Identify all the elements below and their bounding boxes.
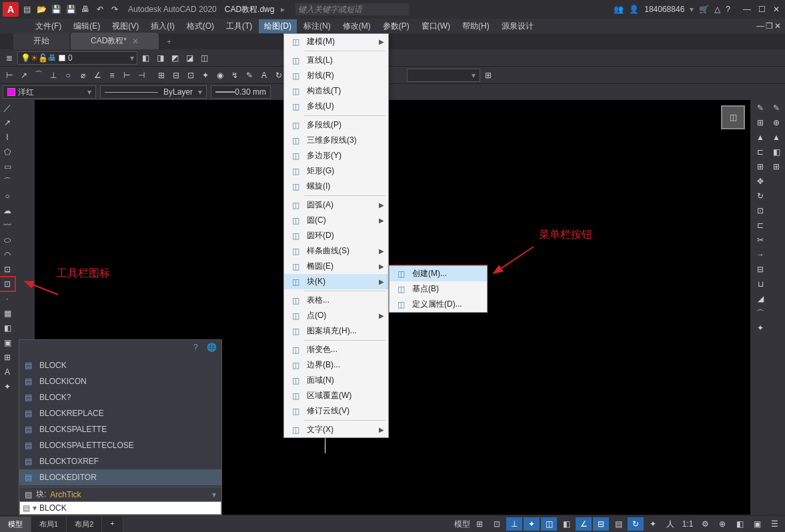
- dim-ang-icon[interactable]: ∠: [91, 69, 104, 82]
- menu-item[interactable]: ◫直线(L): [284, 53, 388, 68]
- menu-item[interactable]: ◫表格...: [284, 293, 388, 308]
- r2-3[interactable]: ▲: [769, 131, 784, 144]
- rect-icon[interactable]: ▭: [0, 160, 15, 173]
- dim-quick-icon[interactable]: ≡: [105, 69, 119, 82]
- menu-item[interactable]: ◫图案填充(H)...: [284, 323, 388, 339]
- menu-item[interactable]: ◫构造线(T): [284, 83, 388, 99]
- sb-hw-icon[interactable]: ◧: [732, 517, 748, 531]
- help-icon[interactable]: ?: [726, 5, 730, 14]
- mdi-max-icon[interactable]: ❐: [766, 21, 773, 31]
- menu-item[interactable]: ◫圆(C)▶: [284, 213, 388, 228]
- mdi-close-icon[interactable]: ✕: [774, 21, 781, 31]
- sb-3dosnap-icon[interactable]: ◧: [558, 517, 574, 531]
- menu-item[interactable]: ◫多段线(P): [284, 117, 388, 133]
- sb-iso-icon[interactable]: ⊕: [714, 517, 730, 531]
- menu-insert[interactable]: 插入(I): [145, 19, 179, 33]
- menu-item[interactable]: ◫螺旋(I): [284, 179, 388, 194]
- sb-tab-layout1[interactable]: 布局1: [31, 517, 67, 532]
- layer-combo[interactable]: 💡 ☀ 🔓 🖶 0 ▾: [17, 51, 137, 65]
- addsel-icon[interactable]: ✦: [0, 380, 15, 393]
- menu-item[interactable]: ◫区域覆盖(W): [284, 388, 388, 403]
- move-icon[interactable]: ✥: [753, 175, 768, 188]
- hatch-icon[interactable]: ▦: [0, 307, 15, 320]
- cmd-suggestion[interactable]: ▤BLOCKSPALETTE: [19, 421, 221, 437]
- cmd-suggestion[interactable]: ▤BLOCKREPLACE: [19, 405, 221, 421]
- max-button[interactable]: ☐: [756, 5, 768, 14]
- insert-icon[interactable]: ⊡: [0, 263, 15, 276]
- menu-item[interactable]: ◫椭圆(E)▶: [284, 259, 388, 274]
- menu-item[interactable]: ◫三维多段线(3): [284, 133, 388, 148]
- erase-icon[interactable]: ✎: [753, 101, 768, 115]
- sb-tab-layout2[interactable]: 布局2: [67, 517, 102, 532]
- app-logo[interactable]: A: [3, 2, 19, 17]
- sb-osnap-icon[interactable]: ◫: [541, 517, 557, 531]
- min-button[interactable]: —: [741, 5, 753, 14]
- ellipse-arc-icon[interactable]: ◠: [0, 248, 15, 261]
- sb-clean-icon[interactable]: ▣: [749, 517, 765, 531]
- sb-anno-icon[interactable]: 人: [662, 517, 678, 531]
- fillet-icon[interactable]: ⌒: [753, 307, 768, 320]
- dim-tedit-icon[interactable]: A: [257, 69, 271, 82]
- line-icon[interactable]: ／: [0, 101, 15, 115]
- open-icon[interactable]: 📂: [36, 4, 47, 15]
- dim-insp-icon[interactable]: ◉: [213, 69, 227, 82]
- command-input-wrap[interactable]: ▤ ▾: [19, 501, 221, 515]
- app-icon[interactable]: △: [714, 5, 720, 14]
- menu-item[interactable]: ◫多边形(Y): [284, 148, 388, 163]
- revcloud-icon[interactable]: ☁: [0, 204, 15, 217]
- submenu-item[interactable]: ◫基点(B): [389, 281, 487, 297]
- sb-tab-add[interactable]: +: [102, 517, 123, 532]
- cmd-suggestion[interactable]: ▤BLOCKTOXREF: [19, 453, 221, 469]
- arc-icon[interactable]: ⌒: [0, 175, 15, 188]
- menu-item[interactable]: ◫渐变色...: [284, 342, 388, 357]
- menu-dim[interactable]: 标注(N): [298, 19, 336, 33]
- saveas-icon[interactable]: 💾: [65, 4, 76, 15]
- close-button[interactable]: ✕: [770, 5, 782, 14]
- tab-close-icon[interactable]: ✕: [132, 37, 139, 46]
- search-input[interactable]: 键入关键字或短语: [295, 3, 409, 15]
- cmd-help-icon[interactable]: ?: [193, 343, 204, 353]
- command-input[interactable]: [39, 503, 218, 513]
- tab-start[interactable]: 开始: [13, 33, 69, 49]
- sb-transp-icon[interactable]: ▤: [610, 517, 626, 531]
- menu-yq[interactable]: 源泉设计: [496, 19, 539, 33]
- lineweight-combo[interactable]: 0.30 mm: [211, 85, 271, 99]
- stretch-icon[interactable]: ⊏: [753, 219, 768, 232]
- dim-tol-icon[interactable]: ⊡: [184, 69, 197, 82]
- dim-ord-icon[interactable]: ⊥: [47, 69, 60, 82]
- xline-icon[interactable]: ↗: [0, 116, 15, 129]
- layer-btn2[interactable]: ◨: [153, 51, 167, 65]
- sb-otrack-icon[interactable]: ∠: [576, 517, 592, 531]
- menu-item[interactable]: ◫文字(X)▶: [284, 422, 388, 437]
- menu-view[interactable]: 视图(V): [107, 19, 144, 33]
- menu-item[interactable]: ◫圆环(D): [284, 228, 388, 243]
- menu-file[interactable]: 文件(F): [30, 19, 67, 33]
- menu-item[interactable]: ◫射线(R): [284, 68, 388, 83]
- menu-window[interactable]: 窗口(W): [416, 19, 456, 33]
- menu-help[interactable]: 帮助(H): [457, 19, 495, 33]
- menu-item[interactable]: ◫块(K)▶: [284, 274, 388, 289]
- menu-item[interactable]: ◫修订云线(V): [284, 403, 388, 419]
- region-icon[interactable]: ▣: [0, 336, 15, 349]
- viewcube[interactable]: ◫: [721, 105, 745, 129]
- save-icon[interactable]: 💾: [51, 4, 61, 15]
- layer-btn1[interactable]: ◧: [139, 51, 152, 65]
- menu-item[interactable]: ◫多线(U): [284, 99, 388, 114]
- dim-jog-icon[interactable]: ↯: [228, 69, 241, 82]
- layer-btn5[interactable]: ◫: [197, 51, 211, 65]
- dim-edit-icon[interactable]: ✎: [243, 69, 256, 82]
- menu-item[interactable]: ◫样条曲线(S)▶: [284, 243, 388, 259]
- menu-item[interactable]: ◫点(O)▶: [284, 308, 388, 323]
- menu-item[interactable]: ◫建模(M)▶: [284, 34, 388, 49]
- plot-icon[interactable]: 🖶: [80, 4, 91, 15]
- chamfer-icon[interactable]: ◢: [753, 292, 768, 305]
- offset-icon[interactable]: ⊏: [753, 145, 768, 159]
- menu-item[interactable]: ◫边界(B)...: [284, 357, 388, 373]
- r2-4[interactable]: ◧: [769, 145, 784, 159]
- menu-modify[interactable]: 修改(M): [337, 19, 376, 33]
- cmd-suggestion[interactable]: ▤BLOCKICON: [19, 373, 221, 389]
- block-icon[interactable]: ⊡: [0, 277, 15, 291]
- pline-icon[interactable]: ⌇: [0, 131, 15, 144]
- extend-icon[interactable]: →: [753, 248, 768, 261]
- polygon-icon[interactable]: ⬠: [0, 145, 15, 159]
